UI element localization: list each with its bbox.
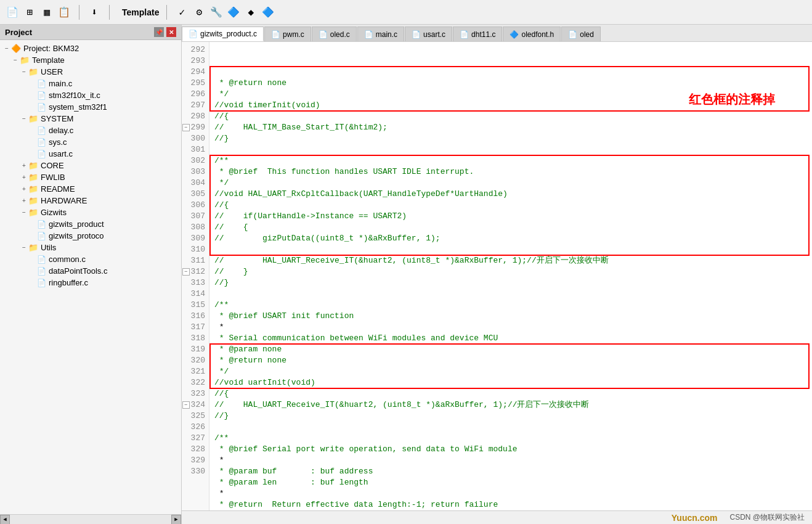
- tree-expander[interactable]: +: [20, 173, 28, 182]
- scroll-left-arrow[interactable]: ◀: [0, 515, 10, 525]
- line-num-text: 299: [191, 122, 205, 133]
- line-number-294: 294: [182, 67, 209, 78]
- tree-item-user[interactable]: −📁USER: [0, 66, 181, 78]
- code-text: //void uartInit(void): [214, 377, 315, 388]
- line-num-text: 325: [191, 411, 205, 422]
- code-line-307: [209, 244, 812, 255]
- tree-item-usart.c[interactable]: 📄usart.c: [0, 148, 181, 160]
- diamond-icon-1[interactable]: 🔷: [226, 5, 241, 20]
- tree-expander[interactable]: −: [11, 56, 20, 65]
- tree-item-gizwits[interactable]: −📁Gizwits: [0, 207, 181, 218]
- package-icon[interactable]: 🔧: [209, 5, 224, 20]
- tab-usart-c[interactable]: 📄usart.c: [405, 27, 452, 41]
- pin-button[interactable]: 📌: [154, 27, 164, 37]
- line-number-302: 302: [182, 155, 209, 166]
- code-line-330: * @return Return effective data length:-…: [209, 499, 812, 510]
- line-num-text: 319: [191, 344, 205, 355]
- tree-item-system_stm32f1[interactable]: 📄system_stm32f1: [0, 101, 181, 113]
- tree-item-hardware[interactable]: +📁HARDWARE: [0, 195, 181, 207]
- file-icon: 📄: [37, 220, 46, 229]
- line-num-text: 309: [191, 233, 205, 244]
- tree-item-utils[interactable]: −📁Utils: [0, 242, 181, 253]
- toolbar-sep-3: [166, 5, 167, 20]
- tree-item-common.c[interactable]: 📄common.c: [0, 253, 181, 265]
- tree-item-main.c[interactable]: 📄main.c: [0, 78, 181, 89]
- tree-item-core[interactable]: +📁CORE: [0, 160, 181, 171]
- check-icon[interactable]: ✓: [174, 5, 189, 20]
- tree-expander[interactable]: +: [20, 162, 28, 170]
- tree-item-label: Project: BKM32: [23, 44, 79, 53]
- line-number-323: 323: [182, 388, 209, 399]
- tab-oledfont-h[interactable]: 🔷oledfont.h: [503, 27, 561, 41]
- download-icon[interactable]: ⬇: [87, 5, 102, 20]
- code-text: // }: [214, 266, 248, 277]
- code-line-326: *: [209, 455, 812, 466]
- diamond-icon-3[interactable]: 🔷: [261, 5, 275, 20]
- tree-item-sys.c[interactable]: 📄sys.c: [0, 136, 181, 148]
- tree-item-gizwits_product[interactable]: 📄gizwits_product: [0, 218, 181, 230]
- tree-item-template[interactable]: −📁Template: [0, 54, 181, 66]
- tab-pwm-c[interactable]: 📄pwm.c: [264, 27, 311, 41]
- tab-main-c[interactable]: 📄main.c: [357, 27, 404, 41]
- line-num-text: 301: [191, 144, 205, 155]
- code-text: // gizPutData((uint8_t *)&aRxBuffer, 1);: [214, 233, 441, 244]
- new-file-icon[interactable]: 📄: [5, 5, 20, 20]
- tab-label: oled: [580, 30, 594, 39]
- code-line-305: // {: [209, 222, 812, 233]
- code-text: * @return none: [214, 355, 286, 366]
- close-button[interactable]: ✕: [166, 27, 176, 37]
- code-text: * @brief USART init function: [214, 311, 354, 322]
- collapse-button[interactable]: −: [182, 124, 190, 131]
- line-number-316: 316: [182, 311, 209, 322]
- line-numbers: 292293294295296297298−299300301302303304…: [182, 42, 209, 510]
- tree-expander[interactable]: −: [20, 68, 28, 76]
- open-icon[interactable]: ⊞: [22, 5, 37, 20]
- tree-item-label: gizwits_protoco: [49, 231, 104, 240]
- file-icon: 📄: [37, 267, 46, 276]
- code-line-313: * @brief USART init function: [209, 311, 812, 322]
- tree-item-label: Utils: [41, 243, 56, 252]
- tree-item-readme[interactable]: +📁README: [0, 183, 181, 195]
- code-text: // if(UartHandle->Instance == USART2): [214, 211, 407, 222]
- tree-item-ringbuffer.c[interactable]: 📄ringbuffer.c: [0, 277, 181, 289]
- tree-item-gizwits_protoco[interactable]: 📄gizwits_protoco: [0, 230, 181, 242]
- tab-label: oledfont.h: [521, 30, 554, 39]
- scroll-right-arrow[interactable]: ▶: [171, 515, 181, 525]
- tab-dht11-c[interactable]: 📄dht11.c: [453, 27, 502, 41]
- code-lines[interactable]: * @return none *///void timerInit(void)/…: [209, 42, 812, 510]
- toolbar-icon-group-3: ✓ ⚙ 🔧 🔷 ◆ 🔷: [174, 5, 275, 20]
- tree-expander[interactable]: −: [20, 208, 28, 217]
- tab-oled[interactable]: 📄oled: [561, 27, 601, 41]
- tree-expander[interactable]: −: [2, 44, 11, 53]
- line-num-text: 330: [191, 466, 205, 477]
- tab-gizwits_product-c[interactable]: 📄gizwits_product.c: [182, 27, 264, 41]
- scroll-track[interactable]: [10, 515, 171, 524]
- copy-icon[interactable]: 📋: [57, 5, 71, 20]
- tree-expander[interactable]: −: [20, 115, 28, 123]
- line-num-text: 308: [191, 222, 205, 233]
- tree-item-delay.c[interactable]: 📄delay.c: [0, 125, 181, 136]
- collapse-button[interactable]: −: [182, 401, 190, 409]
- line-number-330: 330: [182, 466, 209, 477]
- tab-oled-c[interactable]: 📄oled.c: [312, 27, 357, 41]
- tree-item-project:-bkm32[interactable]: −🔶Project: BKM32: [0, 43, 181, 54]
- settings-icon[interactable]: ⚙: [192, 5, 206, 20]
- code-text: //{: [214, 388, 229, 399]
- tree-item-fwlib[interactable]: +📁FWLIB: [0, 171, 181, 183]
- code-line-315: * Serial communication between WiFi modu…: [209, 333, 812, 344]
- diamond-icon-2[interactable]: ◆: [243, 5, 258, 20]
- left-scrollbar[interactable]: ◀ ▶: [0, 514, 181, 524]
- tree-item-system[interactable]: −📁SYSTEM: [0, 113, 181, 125]
- line-number-327: 327: [182, 433, 209, 444]
- tree-item-stm32f10x_it.c[interactable]: 📄stm32f10x_it.c: [0, 89, 181, 101]
- tree-expander[interactable]: +: [20, 185, 28, 194]
- line-number-321: 321: [182, 366, 209, 377]
- tree-item-label: dataPointTools.c: [49, 266, 107, 276]
- line-num-text: 306: [191, 200, 205, 211]
- collapse-button[interactable]: −: [182, 268, 190, 276]
- line-num-text: 298: [191, 111, 205, 122]
- tree-expander[interactable]: +: [20, 197, 28, 205]
- grid-icon[interactable]: ▦: [39, 5, 54, 20]
- tree-expander[interactable]: −: [20, 244, 28, 252]
- tree-item-datapointtools.c[interactable]: 📄dataPointTools.c: [0, 265, 181, 277]
